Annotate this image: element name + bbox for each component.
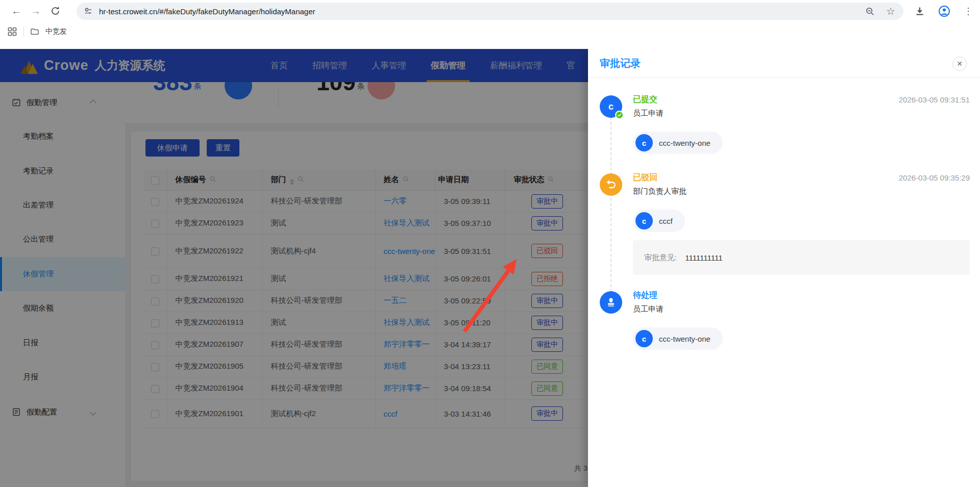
timeline-step: c 已驳回 部门负责人审批 2026-03-05 09:35:29 c cccf… xyxy=(588,173,980,250)
step-status: 待处理 xyxy=(633,290,657,301)
step-status: 已驳回 xyxy=(633,172,657,183)
person-chip: c ccc-twenty-one xyxy=(633,132,723,154)
browser-chrome: ← → hr-test.croweit.cn/#/fakeDuty/fakeDu… xyxy=(0,0,980,49)
forward-icon[interactable]: → xyxy=(31,5,41,17)
step-role: 部门负责人审批 xyxy=(633,187,687,196)
download-icon[interactable] xyxy=(915,6,925,16)
bookmarks-bar: 中竞发 xyxy=(0,22,980,41)
step-role: 员工申请 xyxy=(633,304,664,314)
red-arrow-annotation xyxy=(449,245,531,342)
folder-icon xyxy=(30,27,39,36)
person-name: ccc-twenty-one xyxy=(659,139,710,147)
step-time: 2026-03-05 09:35:29 xyxy=(899,173,970,182)
divider xyxy=(23,27,24,37)
browser-menu-icon[interactable]: ⋮ xyxy=(964,6,973,17)
approval-comment: 审批意见: 1111111111 xyxy=(633,240,970,275)
bookmark-star-icon[interactable]: ☆ xyxy=(886,5,895,17)
step-node-icon: c xyxy=(600,173,622,196)
stamp-icon xyxy=(605,296,617,309)
zoom-out-icon[interactable] xyxy=(865,7,875,16)
avatar: c xyxy=(635,212,653,229)
page-body: 383 条 109 条 Crowe 人力资源系统 首页 招聘管理 人事管理 假勤… xyxy=(0,49,980,487)
step-role: 员工申请 xyxy=(633,109,664,118)
comment-value: 1111111111 xyxy=(685,253,722,262)
timeline-step: c 已提交 员工申请 2026-03-05 09:31:51 c ccc-twe… xyxy=(588,95,980,172)
comment-label: 审批意见: xyxy=(644,253,677,263)
bookmark-item[interactable]: 中竞发 xyxy=(45,27,67,36)
apps-grid-icon[interactable] xyxy=(7,27,17,37)
step-status: 已提交 xyxy=(633,94,657,105)
avatar: c xyxy=(635,330,653,347)
reload-icon[interactable] xyxy=(50,6,61,16)
undo-icon xyxy=(605,178,617,191)
person-name: cccf xyxy=(659,217,673,225)
check-badge-icon xyxy=(615,111,624,119)
back-icon[interactable]: ← xyxy=(11,5,21,17)
person-chip: c cccf xyxy=(633,210,685,232)
step-node-icon: c xyxy=(600,95,622,118)
step-time: 2026-03-05 09:31:51 xyxy=(899,95,970,104)
step-node-icon: c xyxy=(600,291,622,314)
timeline-step: c 待处理 员工申请 c ccc-twenty-one xyxy=(588,291,980,368)
approval-record-drawer: 审批记录 ✕ c 已提交 员工申请 2026-03-05 09:31:51 xyxy=(588,49,980,487)
person-chip: c ccc-twenty-one xyxy=(633,327,723,350)
site-info-icon[interactable] xyxy=(84,7,93,16)
avatar: c xyxy=(635,134,653,151)
address-bar[interactable]: hr-test.croweit.cn/#/fakeDuty/fakeDutyMa… xyxy=(77,3,903,20)
timeline: c 已提交 员工申请 2026-03-05 09:31:51 c ccc-twe… xyxy=(588,49,980,487)
browser-toolbar: ← → hr-test.croweit.cn/#/fakeDuty/fakeDu… xyxy=(0,0,980,22)
person-name: ccc-twenty-one xyxy=(659,335,710,343)
url-text[interactable]: hr-test.croweit.cn/#/fakeDuty/fakeDutyMa… xyxy=(99,7,315,16)
profile-avatar-icon[interactable] xyxy=(938,5,950,17)
